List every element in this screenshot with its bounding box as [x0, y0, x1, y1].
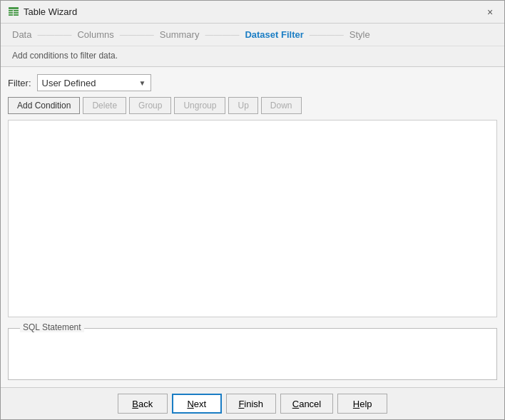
- help-button[interactable]: Help: [337, 394, 387, 414]
- group-button[interactable]: Group: [129, 97, 171, 114]
- step-columns[interactable]: Columns: [77, 29, 113, 40]
- sep-3: ————: [205, 30, 239, 40]
- content-area: Filter: User Defined ▼ Add Condition Del…: [1, 67, 504, 387]
- filter-label: Filter:: [8, 78, 31, 88]
- finish-button[interactable]: Finish: [226, 394, 276, 414]
- table-wizard-icon: [8, 6, 19, 18]
- back-label: Back: [132, 399, 153, 409]
- sep-2: ————: [120, 30, 154, 40]
- up-button[interactable]: Up: [228, 97, 257, 114]
- svg-rect-6: [14, 14, 19, 16]
- step-dataset-filter[interactable]: Dataset Filter: [245, 29, 303, 40]
- sep-4: ————: [310, 30, 344, 40]
- footer: Back Next Finish Cancel Help: [1, 387, 504, 419]
- filter-row: Filter: User Defined ▼: [8, 74, 497, 91]
- help-label: Help: [353, 399, 372, 409]
- down-button[interactable]: Down: [261, 97, 302, 114]
- title-bar-left: Table Wizard: [8, 6, 77, 18]
- cancel-button[interactable]: Cancel: [280, 394, 333, 414]
- conditions-area: [8, 120, 497, 317]
- next-label: Next: [187, 399, 206, 409]
- filter-select-value: User Defined: [42, 78, 96, 88]
- svg-rect-2: [14, 10, 19, 11]
- back-button[interactable]: Back: [118, 394, 168, 414]
- table-wizard-window: Table Wizard × Data ———— Columns ———— Su…: [0, 0, 505, 420]
- svg-rect-5: [9, 14, 13, 16]
- conditions-toolbar: Add Condition Delete Group Ungroup Up Do…: [8, 97, 497, 114]
- close-button[interactable]: ×: [483, 5, 497, 19]
- step-style[interactable]: Style: [350, 29, 370, 40]
- step-data[interactable]: Data: [12, 29, 31, 40]
- filter-dropdown[interactable]: User Defined ▼: [37, 74, 151, 91]
- sql-legend: SQL Statement: [20, 322, 84, 332]
- step-summary[interactable]: Summary: [160, 29, 200, 40]
- add-condition-button[interactable]: Add Condition: [8, 97, 80, 114]
- wizard-nav: Data ———— Columns ———— Summary ———— Data…: [1, 24, 504, 46]
- dropdown-arrow-icon: ▼: [139, 79, 146, 87]
- finish-label: Finish: [238, 399, 263, 409]
- sep-1: ————: [37, 30, 71, 40]
- next-button[interactable]: Next: [172, 394, 222, 414]
- window-title: Table Wizard: [24, 6, 77, 17]
- subtitle: Add conditions to filter data.: [1, 46, 504, 67]
- cancel-label: Cancel: [292, 399, 321, 409]
- svg-rect-0: [9, 7, 19, 9]
- delete-button[interactable]: Delete: [83, 97, 126, 114]
- svg-rect-3: [9, 12, 13, 14]
- ungroup-button[interactable]: Ungroup: [174, 97, 225, 114]
- sql-statement-section: SQL Statement: [8, 323, 497, 380]
- svg-rect-4: [14, 12, 19, 14]
- svg-rect-1: [9, 10, 13, 11]
- title-bar: Table Wizard ×: [1, 1, 504, 24]
